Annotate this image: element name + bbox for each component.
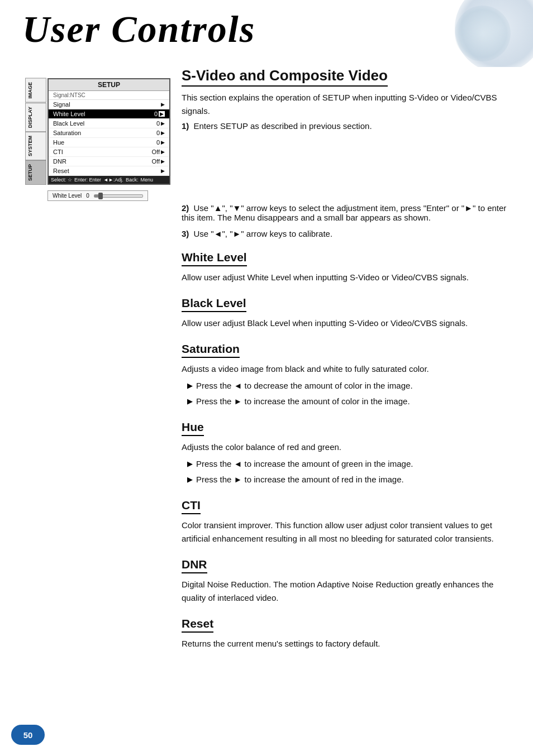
menu-row-saturation: Saturation 0 ▶ <box>49 128 169 138</box>
menu-row-cti: CTI Off ▶ <box>49 147 169 157</box>
hue-text: Adjusts the color balance of red and gre… <box>182 441 516 454</box>
step-2-text: Use "▲", "▼" arrow keys to select the ad… <box>182 203 506 222</box>
reset-section: Reset Returns the current menu's setting… <box>182 617 516 650</box>
menu-row-reset: Reset ▶ <box>49 166 169 176</box>
menu-signal: Signal:NTSC <box>49 91 169 100</box>
cti-text: Color transient improver. This function … <box>182 519 516 546</box>
slider-track <box>94 194 143 198</box>
bullet-arrow-icon: ▶ <box>187 380 193 392</box>
page-number: 50 <box>23 730 33 740</box>
step-3: 3) Use "◄", "►" arrow keys to calibrate. <box>182 229 516 238</box>
cti-heading: CTI <box>182 499 201 514</box>
menu-container: IMAGE DISPLAY SYSTEM SETUP SETUP Signal:… <box>47 78 168 201</box>
dnr-heading: DNR <box>182 558 207 573</box>
saturation-bullet-2: ▶ Press the ► to increase the amount of … <box>187 395 516 408</box>
menu-sidebar: IMAGE DISPLAY SYSTEM SETUP <box>25 78 46 185</box>
saturation-text: Adjusts a video image from black and whi… <box>182 362 516 376</box>
menu-row-white-level: White Level 0▶ <box>49 109 169 119</box>
black-level-heading: Black Level <box>182 296 246 312</box>
svideo-intro: This section explains the operation of S… <box>182 91 516 118</box>
hue-section: Hue Adjusts the color balance of red and… <box>182 420 516 486</box>
bullet-arrow-icon: ▶ <box>187 474 193 486</box>
hue-bullet-2: ▶ Press the ► to increase the amount of … <box>187 473 516 486</box>
reset-heading: Reset <box>182 617 213 633</box>
cti-section: CTI Color transient improver. This funct… <box>182 499 516 546</box>
svideo-section: S-Video and Composite Video This section… <box>182 67 516 238</box>
page-number-badge: 50 <box>11 725 45 745</box>
svideo-heading: S-Video and Composite Video <box>182 67 388 87</box>
white-level-text: Allow user adjust White Level when input… <box>182 271 516 284</box>
sidebar-item-image: IMAGE <box>25 78 46 103</box>
step-1: 1) Enters SETUP as described in previous… <box>182 121 516 131</box>
step-3-text: Use "◄", "►" arrow keys to calibrate. <box>194 229 333 238</box>
saturation-heading: Saturation <box>182 342 240 358</box>
step-2: 2) Use "▲", "▼" arrow keys to select the… <box>182 203 516 222</box>
white-level-section: White Level Allow user adjust White Leve… <box>182 251 516 284</box>
menu-footer: Select: ☆ Enter: Enter ◄►:Adj. Back: Men… <box>49 176 169 184</box>
white-level-bar-value: 0 <box>86 193 89 199</box>
white-level-bar-label: White Level <box>53 193 82 199</box>
dnr-text: Digital Noise Reduction. The motion Adap… <box>182 578 516 605</box>
menu-row-hue: Hue 0 ▶ <box>49 138 169 147</box>
white-level-heading: White Level <box>182 251 247 266</box>
menu-title: SETUP <box>49 79 169 91</box>
black-level-text: Allow user adjust Black Level when input… <box>182 317 516 330</box>
decorative-background <box>410 0 533 67</box>
step-1-text: Enters SETUP as described in previous se… <box>194 121 372 131</box>
saturation-section: Saturation Adjusts a video image from bl… <box>182 342 516 408</box>
main-content: IMAGE DISPLAY SYSTEM SETUP SETUP Signal:… <box>22 67 516 663</box>
menu-box: SETUP Signal:NTSC Signal ▶ White Level 0… <box>47 78 170 185</box>
menu-row-dnr: DNR Off ▶ <box>49 157 169 166</box>
saturation-bullet-1: ▶ Press the ◄ to decrease the amount of … <box>187 379 516 393</box>
slider-thumb <box>98 193 103 199</box>
black-level-section: Black Level Allow user adjust Black Leve… <box>182 296 516 330</box>
hue-bullet-1: ▶ Press the ◄ to increase the amount of … <box>187 457 516 471</box>
sidebar-item-setup: SETUP <box>25 160 46 185</box>
sidebar-item-display: DISPLAY <box>25 103 46 132</box>
white-level-bar: White Level 0 <box>47 190 148 201</box>
bullet-arrow-icon: ▶ <box>187 458 193 470</box>
menu-diagram-column: IMAGE DISPLAY SYSTEM SETUP SETUP Signal:… <box>22 67 168 201</box>
menu-row-signal: Signal ▶ <box>49 100 169 109</box>
sidebar-item-system: SYSTEM <box>25 132 46 160</box>
reset-text: Returns the current menu's settings to f… <box>182 637 516 650</box>
page-title: User Controls <box>22 10 255 48</box>
bullet-arrow-icon: ▶ <box>187 396 193 408</box>
hue-heading: Hue <box>182 420 204 436</box>
right-column: S-Video and Composite Video This section… <box>182 67 516 650</box>
menu-row-black-level: Black Level 0 ▶ <box>49 119 169 128</box>
dnr-section: DNR Digital Noise Reduction. The motion … <box>182 558 516 605</box>
